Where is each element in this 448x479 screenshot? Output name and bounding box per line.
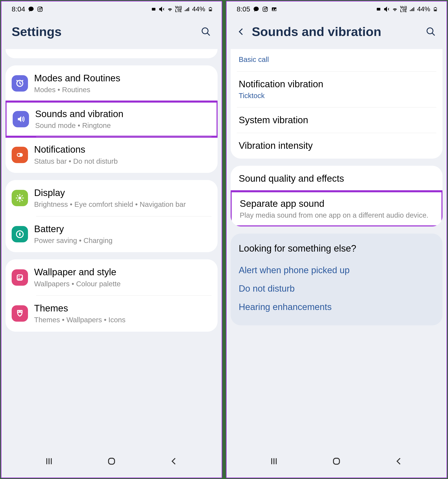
- row-title: Separate app sound: [240, 198, 434, 209]
- row-title: System vibration: [239, 114, 435, 126]
- link-hearing[interactable]: Hearing enhancements: [239, 298, 435, 316]
- instagram-icon: [262, 6, 268, 12]
- svg-line-12: [207, 33, 210, 36]
- row-subtitle: Wallpapers • Colour palette: [34, 279, 211, 289]
- svg-line-23: [17, 200, 18, 201]
- row-themes[interactable]: Themes Themes • Wallpapers • Icons: [6, 295, 217, 332]
- svg-rect-9: [210, 7, 211, 7]
- page-title: Settings: [12, 24, 194, 39]
- battery-percent: 44%: [417, 5, 430, 13]
- wifi-icon: [392, 6, 398, 12]
- row-notification-vibration[interactable]: Notification vibration Ticktock: [231, 71, 443, 107]
- mute-icon: [159, 6, 165, 12]
- settings-group-3: Wallpaper and style Wallpapers • Colour …: [6, 259, 217, 332]
- card-icon: [151, 6, 157, 12]
- wifi-icon: [167, 6, 173, 12]
- row-subtitle: Status bar • Do not disturb: [34, 157, 211, 166]
- notification-icon: [12, 147, 28, 163]
- svg-rect-45: [435, 7, 436, 7]
- battery-icon: [207, 6, 213, 12]
- back-button[interactable]: [168, 455, 180, 467]
- content-area[interactable]: Call vibration Basic call Notification v…: [227, 49, 447, 447]
- status-left: 8:04: [12, 5, 43, 13]
- instagram-icon: [37, 6, 43, 12]
- row-battery[interactable]: Battery Power saving • Charging: [6, 216, 217, 252]
- row-subtitle: Sound mode • Ringtone: [35, 121, 211, 130]
- nav-bar: [227, 447, 447, 478]
- row-title: Wallpaper and style: [34, 266, 211, 278]
- settings-group-2: Display Brightness • Eye comfort shield …: [6, 180, 217, 252]
- signal-icon: [184, 6, 190, 12]
- row-subtitle: Play media sound from one app on a diffe…: [240, 211, 434, 220]
- row-title: Vibration intensity: [239, 140, 435, 151]
- row-title: Themes: [34, 303, 211, 314]
- row-vibration-intensity[interactable]: Vibration intensity: [231, 133, 443, 158]
- svg-rect-33: [108, 458, 114, 464]
- row-subtitle: Basic call: [239, 55, 435, 64]
- row-call-vibration[interactable]: Call vibration Basic call: [231, 49, 443, 71]
- back-button[interactable]: [393, 455, 405, 467]
- recents-button[interactable]: [268, 455, 280, 467]
- svg-rect-26: [19, 233, 20, 236]
- battery-setting-icon: [12, 226, 28, 242]
- vibration-group: Call vibration Basic call Notification v…: [231, 49, 443, 159]
- svg-line-22: [22, 200, 22, 201]
- svg-point-36: [266, 7, 267, 8]
- row-separate-app-sound[interactable]: Separate app sound Play media sound from…: [232, 192, 442, 226]
- chat-icon: [253, 6, 259, 12]
- search-button[interactable]: [200, 26, 211, 37]
- row-title: Notifications: [34, 144, 211, 155]
- recents-button[interactable]: [43, 455, 55, 467]
- svg-line-21: [17, 196, 18, 196]
- svg-rect-7: [188, 7, 189, 11]
- svg-rect-43: [414, 7, 414, 11]
- row-display[interactable]: Display Brightness • Eye comfort shield …: [6, 180, 217, 216]
- svg-rect-10: [209, 9, 211, 11]
- row-modes-routines[interactable]: Modes and Routines Modes • Routines: [6, 65, 217, 102]
- battery-percent: 44%: [192, 5, 205, 13]
- card-icon: [376, 6, 382, 12]
- svg-rect-46: [434, 9, 436, 11]
- partial-card-top: [6, 49, 217, 58]
- home-button[interactable]: [330, 455, 343, 467]
- volte-icon: Vo))LTE: [175, 6, 182, 12]
- svg-point-35: [264, 8, 266, 10]
- gallery-icon: [271, 6, 277, 12]
- link-dnd[interactable]: Do not disturb: [239, 279, 435, 298]
- status-right: Vo))LTE 44%: [151, 5, 213, 13]
- search-button[interactable]: [425, 26, 436, 37]
- signal-icon: [409, 6, 415, 12]
- row-sounds-vibration[interactable]: Sounds and vibration Sound mode • Ringto…: [7, 103, 217, 136]
- content-area[interactable]: Modes and Routines Modes • Routines Soun…: [1, 49, 222, 447]
- svg-rect-3: [152, 8, 155, 10]
- chat-icon: [28, 6, 34, 12]
- svg-point-28: [19, 276, 20, 277]
- svg-line-48: [432, 33, 435, 36]
- svg-point-15: [18, 154, 20, 156]
- home-button[interactable]: [105, 455, 118, 467]
- status-time: 8:05: [237, 5, 250, 13]
- row-notifications[interactable]: Notifications Status bar • Do not distur…: [6, 137, 217, 173]
- status-right: Vo))LTE 44%: [376, 5, 438, 13]
- nav-bar: [1, 447, 222, 478]
- phone-right-sounds: 8:05 Vo))LTE 44% Sounds and vibration: [226, 1, 447, 478]
- phone-left-settings: 8:04 Vo))LTE 44% Settings: [1, 1, 222, 478]
- row-subtitle: Modes • Routines: [34, 85, 211, 94]
- svg-rect-41: [411, 9, 412, 11]
- sound-effects-group: Sound quality and effects Separate app s…: [231, 166, 443, 227]
- header: Sounds and vibration: [227, 18, 447, 49]
- svg-rect-4: [185, 10, 186, 11]
- routine-icon: [12, 75, 28, 92]
- row-wallpaper[interactable]: Wallpaper and style Wallpapers • Colour …: [6, 259, 217, 295]
- row-title: Battery: [34, 223, 211, 235]
- mute-icon: [384, 6, 390, 12]
- page-title: Sounds and vibration: [252, 24, 419, 39]
- back-button[interactable]: [237, 27, 246, 36]
- svg-rect-42: [412, 8, 413, 11]
- row-system-vibration[interactable]: System vibration: [231, 107, 443, 133]
- svg-rect-39: [377, 8, 380, 10]
- row-sound-quality[interactable]: Sound quality and effects: [231, 166, 443, 191]
- link-alert-pickup[interactable]: Alert when phone picked up: [239, 261, 435, 279]
- status-time: 8:04: [12, 5, 25, 13]
- settings-group-1: Modes and Routines Modes • Routines Soun…: [6, 65, 217, 173]
